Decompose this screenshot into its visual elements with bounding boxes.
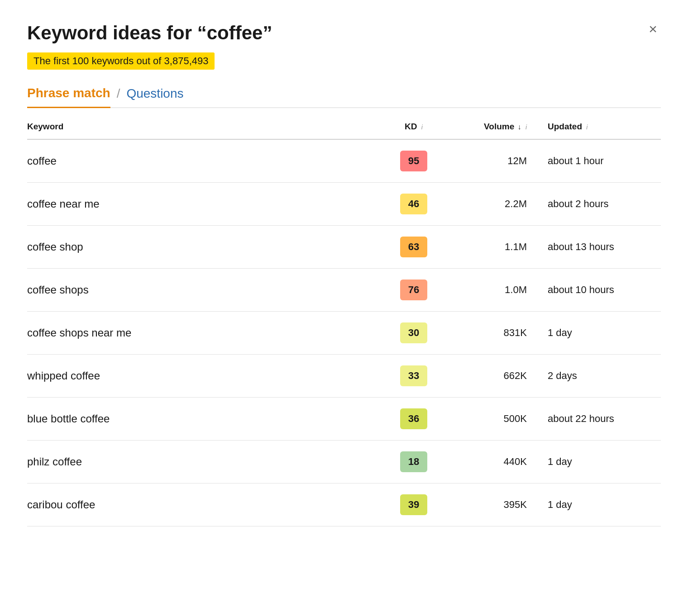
cell-keyword: coffee near me bbox=[27, 183, 376, 226]
table-row: coffee shop631.1Mabout 13 hours bbox=[27, 226, 661, 269]
cell-keyword: coffee shops bbox=[27, 269, 376, 312]
cell-updated: 2 days bbox=[540, 355, 661, 398]
col-header-volume: Volume ↓ i bbox=[452, 113, 540, 139]
cell-kd: 95 bbox=[376, 139, 452, 183]
table-row: blue bottle coffee36500Kabout 22 hours bbox=[27, 398, 661, 441]
cell-volume: 500K bbox=[452, 398, 540, 441]
cell-updated: about 1 hour bbox=[540, 139, 661, 183]
col-header-kd: KD i bbox=[376, 113, 452, 139]
kd-badge: 30 bbox=[400, 322, 427, 343]
keywords-table: Keyword KD i Volume ↓ i Updated i coffee… bbox=[27, 113, 661, 526]
cell-volume: 831K bbox=[452, 312, 540, 355]
tab-separator: / bbox=[110, 86, 127, 107]
cell-volume: 395K bbox=[452, 483, 540, 526]
cell-volume: 1.0M bbox=[452, 269, 540, 312]
cell-volume: 12M bbox=[452, 139, 540, 183]
cell-updated: 1 day bbox=[540, 483, 661, 526]
tab-phrase-match[interactable]: Phrase match bbox=[27, 86, 110, 108]
cell-kd: 76 bbox=[376, 269, 452, 312]
cell-keyword: caribou coffee bbox=[27, 483, 376, 526]
tab-questions[interactable]: Questions bbox=[126, 86, 183, 107]
cell-keyword: blue bottle coffee bbox=[27, 398, 376, 441]
table-row: whipped coffee33662K2 days bbox=[27, 355, 661, 398]
table-row: coffee shops761.0Mabout 10 hours bbox=[27, 269, 661, 312]
cell-volume: 662K bbox=[452, 355, 540, 398]
cell-kd: 39 bbox=[376, 483, 452, 526]
tabs-section: Phrase match / Questions bbox=[27, 86, 661, 108]
table-row: coffee near me462.2Mabout 2 hours bbox=[27, 183, 661, 226]
cell-keyword: coffee bbox=[27, 139, 376, 183]
header-section: Keyword ideas for “coffee” The first 100… bbox=[27, 22, 661, 70]
cell-volume: 2.2M bbox=[452, 183, 540, 226]
cell-keyword: whipped coffee bbox=[27, 355, 376, 398]
cell-volume: 440K bbox=[452, 441, 540, 483]
cell-keyword: philz coffee bbox=[27, 441, 376, 483]
table-row: caribou coffee39395K1 day bbox=[27, 483, 661, 526]
kd-badge: 46 bbox=[400, 194, 427, 214]
cell-kd: 36 bbox=[376, 398, 452, 441]
kd-badge: 63 bbox=[400, 237, 427, 257]
cell-kd: 63 bbox=[376, 226, 452, 269]
table-row: coffee shops near me30831K1 day bbox=[27, 312, 661, 355]
cell-kd: 18 bbox=[376, 441, 452, 483]
cell-updated: about 13 hours bbox=[540, 226, 661, 269]
table-container: Keyword KD i Volume ↓ i Updated i coffee… bbox=[27, 113, 661, 526]
col-header-keyword: Keyword bbox=[27, 113, 376, 139]
kd-info-icon[interactable]: i bbox=[421, 123, 423, 131]
cell-updated: about 22 hours bbox=[540, 398, 661, 441]
cell-keyword: coffee shop bbox=[27, 226, 376, 269]
volume-info-icon[interactable]: i bbox=[526, 123, 527, 131]
kd-badge: 39 bbox=[400, 494, 427, 515]
tabs-row: Phrase match / Questions bbox=[27, 86, 661, 107]
cell-keyword: coffee shops near me bbox=[27, 312, 376, 355]
keyword-count-badge: The first 100 keywords out of 3,875,493 bbox=[27, 52, 215, 70]
kd-badge: 33 bbox=[400, 365, 427, 386]
kd-badge: 76 bbox=[400, 280, 427, 300]
cell-volume: 1.1M bbox=[452, 226, 540, 269]
kd-badge: 18 bbox=[400, 451, 427, 472]
col-header-updated: Updated i bbox=[540, 113, 661, 139]
cell-kd: 30 bbox=[376, 312, 452, 355]
cell-updated: about 10 hours bbox=[540, 269, 661, 312]
volume-sort-arrow[interactable]: ↓ bbox=[518, 123, 521, 131]
page-title: Keyword ideas for “coffee” bbox=[27, 22, 661, 44]
cell-updated: 1 day bbox=[540, 441, 661, 483]
cell-kd: 33 bbox=[376, 355, 452, 398]
cell-updated: about 2 hours bbox=[540, 183, 661, 226]
cell-kd: 46 bbox=[376, 183, 452, 226]
table-row: philz coffee18440K1 day bbox=[27, 441, 661, 483]
cell-updated: 1 day bbox=[540, 312, 661, 355]
kd-badge: 95 bbox=[400, 151, 427, 171]
kd-badge: 36 bbox=[400, 408, 427, 429]
table-header-row: Keyword KD i Volume ↓ i Updated i bbox=[27, 113, 661, 139]
updated-info-icon[interactable]: i bbox=[586, 123, 588, 131]
close-button[interactable]: × bbox=[645, 20, 661, 38]
table-row: coffee9512Mabout 1 hour bbox=[27, 139, 661, 183]
table-body: coffee9512Mabout 1 hourcoffee near me462… bbox=[27, 139, 661, 526]
